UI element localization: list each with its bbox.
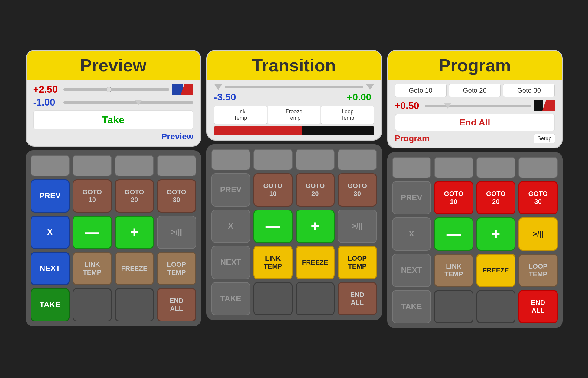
program-key-empty2 [476, 290, 516, 323]
transition-panel: Transition -3.50 +0.00 Link Temp [206, 50, 382, 328]
transition-key-x[interactable]: X [211, 210, 251, 243]
preview-key-top2[interactable] [73, 155, 112, 176]
transition-key-goto20[interactable]: GOTO20 [296, 173, 335, 207]
program-key-next[interactable]: NEXT [392, 254, 431, 287]
transition-title: Transition [207, 51, 381, 80]
transition-key-top3[interactable] [296, 149, 335, 170]
transition-link-temp-btn[interactable]: Link Temp [214, 106, 267, 124]
goto20-btn[interactable]: Goto 20 [449, 84, 501, 97]
preview-keypad: PREV GOTO10 GOTO20 GOTO30 X — + >/|| NEX… [26, 150, 201, 326]
program-key-top2[interactable] [434, 157, 473, 178]
program-key-minus[interactable]: — [434, 217, 473, 251]
transition-key-prev[interactable]: PREV [211, 173, 251, 207]
goto-buttons-row: Goto 10 Goto 20 Goto 30 [395, 84, 555, 97]
goto10-btn[interactable]: Goto 10 [395, 84, 447, 97]
preview-key-next[interactable]: NEXT [31, 252, 70, 285]
program-slider-track[interactable] [425, 105, 531, 107]
preview-title: Preview [27, 51, 200, 80]
transition-thumb-right[interactable] [366, 84, 374, 90]
preview-info-card: Preview +2.50 -1.00 Take Preview [26, 50, 201, 147]
program-swatch [534, 100, 555, 111]
preview-key-goto30[interactable]: GOTO30 [157, 179, 196, 213]
preview-key-goto10[interactable]: GOTO10 [73, 179, 112, 213]
preview-panel: Preview +2.50 -1.00 Take Preview [26, 50, 201, 328]
preview-key-looptemp[interactable]: LOOPTEMP [157, 252, 196, 285]
program-keypad: PREV GOTO10 GOTO20 GOTO30 X — + >/|| NEX… [387, 152, 563, 328]
main-container: Preview +2.50 -1.00 Take Preview [20, 44, 569, 334]
transition-key-endall[interactable]: ENDALL [338, 282, 377, 315]
transition-info-card: Transition -3.50 +0.00 Link Temp [206, 50, 382, 141]
preview-key-empty2 [115, 288, 154, 321]
program-key-linktemp[interactable]: LINKTEMP [434, 254, 473, 287]
program-key-prev[interactable]: PREV [392, 181, 431, 214]
transition-keypad: PREV GOTO10 GOTO20 GOTO30 X — + >/|| NEX… [206, 144, 382, 320]
transition-slider-track[interactable] [225, 86, 363, 88]
transition-key-top1[interactable] [211, 149, 251, 170]
transition-key-freeze[interactable]: FREEZE [296, 246, 335, 279]
goto30-btn[interactable]: Goto 30 [503, 84, 555, 97]
preview-swatch1 [172, 84, 193, 95]
program-key-empty1 [434, 290, 473, 323]
transition-key-empty2 [296, 282, 335, 315]
preview-key-playpause[interactable]: >/|| [157, 216, 196, 249]
transition-key-next[interactable]: NEXT [211, 246, 251, 279]
program-key-goto10[interactable]: GOTO10 [434, 181, 473, 214]
preview-slider2-row: -1.00 [33, 97, 193, 108]
transition-key-playpause[interactable]: >/|| [338, 210, 377, 243]
transition-progress-bar [214, 126, 374, 135]
preview-slider2-track[interactable] [63, 101, 193, 104]
program-title: Program [388, 51, 562, 80]
preview-slider2-value: -1.00 [33, 97, 60, 108]
transition-thumb-left[interactable] [214, 84, 223, 90]
preview-key-top1[interactable] [31, 155, 70, 176]
program-key-top1[interactable] [392, 157, 431, 178]
preview-key-top4[interactable] [157, 155, 196, 176]
program-key-plus[interactable]: + [476, 217, 516, 251]
transition-key-goto10[interactable]: GOTO10 [253, 173, 293, 207]
program-key-take[interactable]: TAKE [392, 290, 431, 323]
program-key-top3[interactable] [476, 157, 516, 178]
preview-key-prev[interactable]: PREV [31, 179, 70, 213]
program-key-goto30[interactable]: GOTO30 [518, 181, 558, 214]
preview-key-freeze[interactable]: FREEZE [115, 252, 154, 285]
program-key-looptemp[interactable]: LOOPTEMP [518, 254, 558, 287]
program-key-playpause[interactable]: >/|| [518, 217, 558, 251]
program-key-freeze[interactable]: FREEZE [476, 254, 516, 287]
preview-key-endall[interactable]: ENDALL [157, 288, 196, 321]
transition-key-looptemp[interactable]: LOOPTEMP [338, 246, 377, 279]
transition-key-linktemp[interactable]: LINKTEMP [253, 246, 293, 279]
transition-loop-temp-btn[interactable]: Loop Temp [321, 106, 374, 124]
program-slider-value: +0.50 [395, 100, 422, 111]
program-key-goto20[interactable]: GOTO20 [476, 181, 516, 214]
take-button[interactable]: Take [33, 110, 193, 129]
transition-left-value: -3.50 [214, 92, 241, 103]
program-slider-thumb[interactable] [444, 103, 451, 109]
setup-button[interactable]: Setup [534, 134, 555, 143]
preview-key-x[interactable]: X [31, 216, 70, 249]
transition-buttons-row: Link Temp Freeze Temp Loop Temp [214, 106, 374, 124]
program-panel: Program Goto 10 Goto 20 Goto 30 +0.50 En… [387, 50, 563, 328]
program-key-x[interactable]: X [392, 217, 431, 251]
transition-key-minus[interactable]: — [253, 210, 293, 243]
program-key-top4[interactable] [518, 157, 558, 178]
preview-key-minus[interactable]: — [73, 216, 112, 249]
transition-key-top2[interactable] [253, 149, 293, 170]
transition-key-plus[interactable]: + [296, 210, 335, 243]
preview-slider1-value: +2.50 [33, 84, 60, 95]
preview-key-plus[interactable]: + [115, 216, 154, 249]
preview-key-linktemp[interactable]: LINKTEMP [73, 252, 112, 285]
transition-right-value: +0.00 [347, 92, 374, 103]
transition-key-empty1 [253, 282, 293, 315]
end-all-button[interactable]: End All [395, 114, 555, 131]
transition-key-top4[interactable] [338, 149, 377, 170]
preview-key-top3[interactable] [115, 155, 154, 176]
program-info-card: Program Goto 10 Goto 20 Goto 30 +0.50 En… [387, 50, 563, 148]
transition-freeze-btn[interactable]: Freeze Temp [268, 106, 320, 124]
program-key-endall[interactable]: ENDALL [518, 290, 558, 323]
transition-key-take[interactable]: TAKE [211, 282, 251, 315]
preview-key-take[interactable]: TAKE [31, 288, 70, 321]
transition-key-goto30[interactable]: GOTO30 [338, 173, 377, 207]
program-label: Program [395, 134, 430, 143]
preview-slider1-track[interactable] [63, 88, 169, 91]
preview-key-goto20[interactable]: GOTO20 [115, 179, 154, 213]
